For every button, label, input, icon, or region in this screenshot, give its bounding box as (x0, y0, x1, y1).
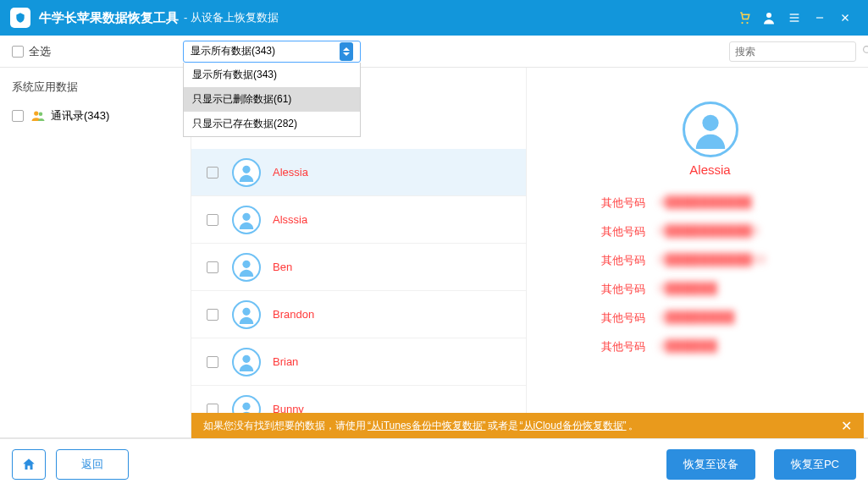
restore-pc-button[interactable]: 恢复至PC (774, 449, 856, 480)
contact-checkbox[interactable] (207, 356, 218, 368)
svg-point-16 (242, 307, 250, 315)
home-button[interactable] (12, 449, 46, 480)
contact-item[interactable]: Ben (191, 244, 526, 291)
phone-row: 其他号码0██████ (578, 282, 843, 297)
toolbar: 全选 显示所有数据(343) 显示所有数据(343)只显示已删除数据(61)只显… (0, 36, 868, 68)
contact-checkbox[interactable] (207, 261, 218, 273)
contact-name: Brandon (273, 308, 314, 321)
cart-icon[interactable] (731, 5, 756, 30)
contact-checkbox[interactable] (207, 214, 218, 226)
svg-point-0 (741, 22, 743, 24)
phone-label: 其他号码 (578, 253, 645, 268)
phone-value: 2██████ (659, 339, 718, 354)
user-icon[interactable] (756, 5, 782, 30)
contact-checkbox[interactable] (207, 167, 218, 179)
contact-avatar (232, 158, 261, 187)
contacts-icon (30, 108, 46, 124)
phone-label: 其他号码 (578, 195, 645, 211)
contact-item[interactable]: Brian (191, 338, 526, 386)
menu-icon[interactable] (782, 5, 807, 30)
phone-value: 1████████ (659, 310, 735, 326)
svg-point-13 (242, 165, 250, 173)
phone-value: 0██████████03 (659, 253, 766, 268)
svg-point-1 (746, 22, 748, 24)
minimize-icon[interactable] (807, 5, 832, 30)
contact-avatar (232, 300, 261, 329)
filter-option[interactable]: 只显示已存在数据(282) (184, 112, 360, 136)
phone-row: 其他号码1████████ (578, 310, 843, 326)
search-icon (862, 45, 868, 58)
hint-link-icloud[interactable]: “从iCloud备份恢复数据” (520, 419, 627, 433)
svg-point-12 (39, 113, 43, 117)
search-box[interactable] (729, 41, 856, 62)
hint-text-prefix: 如果您没有找到想要的数据，请使用 (203, 419, 366, 433)
svg-point-15 (242, 260, 250, 267)
title-bar: 牛学长苹果数据恢复工具 - 从设备上恢复数据 (0, 0, 868, 36)
phone-row: 其他号码0██████████3 (578, 224, 843, 239)
detail-pane: Alessia 其他号码4██████████其他号码0██████████3其… (527, 68, 868, 437)
restore-device-button[interactable]: 恢复至设备 (666, 449, 755, 480)
chevron-updown-icon (340, 42, 353, 61)
contact-item[interactable]: Brandon (191, 291, 526, 338)
close-icon[interactable] (832, 5, 858, 30)
phone-value: 4██████████ (659, 195, 752, 211)
contact-avatar (232, 348, 261, 376)
contact-item[interactable]: Alsssia (191, 196, 526, 244)
svg-point-20 (702, 115, 718, 131)
contact-item[interactable]: Alessia (191, 149, 526, 196)
sidebar-item-contacts[interactable]: 通讯录(343) (0, 102, 191, 130)
hint-text-middle: 或者是 (488, 419, 518, 433)
hint-link-itunes[interactable]: “从iTunes备份中恢复数据” (368, 419, 486, 433)
contact-avatar (232, 253, 261, 282)
filter-dropdown[interactable]: 显示所有数据(343) 显示所有数据(343)只显示已删除数据(61)只显示已存… (183, 41, 361, 63)
sidebar-item-checkbox[interactable] (12, 110, 24, 122)
sidebar-item-label: 通讯录(343) (51, 108, 109, 124)
phone-row: 其他号码4██████████ (578, 195, 843, 211)
contact-name: Brian (273, 355, 298, 368)
footer: 返回 恢复至设备 恢复至PC (0, 438, 868, 489)
app-logo (10, 8, 30, 28)
phone-row: 其他号码0██████████03 (578, 253, 843, 268)
phone-label: 其他号码 (578, 282, 645, 297)
sidebar-section-label: 系统应用数据 (0, 73, 191, 102)
phone-value: 0██████████3 (659, 224, 760, 239)
phone-row: 其他号码2██████ (578, 339, 843, 354)
contact-name: Ben (273, 261, 292, 273)
back-button[interactable]: 返回 (56, 449, 129, 480)
phone-label: 其他号码 (578, 339, 645, 354)
contact-name: Alessia (273, 166, 308, 179)
detail-avatar (683, 102, 738, 157)
svg-point-17 (242, 354, 250, 362)
sidebar: 系统应用数据 通讯录(343) (0, 68, 191, 437)
app-name: 牛学长苹果数据恢复工具 (39, 10, 179, 26)
phone-value: 0██████ (659, 282, 718, 297)
phone-label: 其他号码 (578, 224, 645, 239)
contact-avatar (232, 206, 261, 234)
phone-label: 其他号码 (578, 310, 645, 326)
filter-selected-value: 显示所有数据(343) (191, 44, 275, 58)
svg-point-11 (34, 111, 38, 115)
app-subtitle: - 从设备上恢复数据 (184, 10, 279, 25)
svg-point-18 (242, 402, 250, 409)
hint-text-suffix: 。 (628, 419, 639, 433)
filter-option[interactable]: 显示所有数据(343) (184, 63, 360, 87)
detail-contact-name: Alessia (578, 162, 843, 177)
svg-point-2 (766, 13, 771, 18)
select-all-checkbox[interactable] (12, 46, 24, 58)
main-area: 系统应用数据 通讯录(343) Alessia Alsssia Ben Br (0, 68, 868, 438)
hint-banner: 如果您没有找到想要的数据，请使用 “从iTunes备份中恢复数据” 或者是 “从… (191, 413, 864, 438)
search-input[interactable] (735, 46, 862, 58)
filter-option[interactable]: 只显示已删除数据(61) (184, 87, 360, 112)
contact-checkbox[interactable] (207, 309, 218, 321)
svg-point-14 (242, 212, 250, 220)
svg-point-9 (864, 46, 868, 52)
hint-close-icon[interactable]: ✕ (841, 418, 852, 434)
contact-name: Alsssia (273, 213, 307, 226)
select-all-label: 全选 (29, 44, 51, 59)
